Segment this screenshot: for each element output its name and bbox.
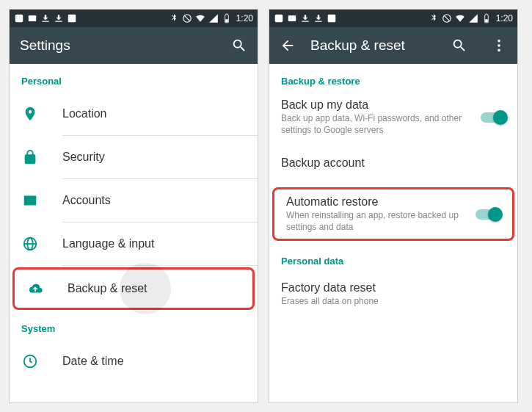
toggle-backup-data[interactable] bbox=[481, 112, 506, 123]
svg-point-16 bbox=[498, 40, 500, 43]
search-icon[interactable] bbox=[451, 37, 467, 54]
wifi-icon bbox=[195, 13, 205, 24]
row-label: Security bbox=[62, 151, 246, 164]
row-label: Backup & reset bbox=[68, 282, 241, 295]
account-icon bbox=[21, 192, 39, 209]
row-automatic-restore[interactable]: Automatic restore When reinstalling an a… bbox=[272, 187, 514, 241]
no-sim-icon bbox=[182, 13, 192, 24]
download-icon bbox=[300, 13, 310, 24]
notif-icon bbox=[27, 13, 37, 24]
app-bar: Settings bbox=[10, 27, 258, 64]
row-language[interactable]: Language & input bbox=[10, 223, 258, 265]
svg-rect-5 bbox=[225, 19, 228, 22]
row-title: Automatic restore bbox=[286, 195, 470, 209]
cloud-upload-icon bbox=[26, 280, 44, 297]
back-icon[interactable] bbox=[280, 37, 296, 54]
status-bar: 1:20 bbox=[269, 10, 517, 27]
divider bbox=[62, 265, 258, 266]
bluetooth-icon bbox=[169, 13, 179, 24]
status-bar: 1:20 bbox=[10, 10, 258, 27]
download-icon bbox=[54, 13, 64, 24]
wifi-icon bbox=[455, 13, 465, 24]
search-icon[interactable] bbox=[231, 37, 247, 54]
notif-icon bbox=[274, 13, 284, 24]
row-location[interactable]: Location bbox=[10, 93, 258, 135]
section-backup-restore: Backup & restore bbox=[269, 64, 517, 93]
translate-icon bbox=[67, 13, 77, 24]
settings-list: Personal Location Security Accounts Lang… bbox=[10, 64, 258, 402]
row-label: Accounts bbox=[62, 194, 246, 207]
bluetooth-icon bbox=[429, 13, 439, 24]
status-time: 1:20 bbox=[236, 13, 253, 24]
page-title: Backup & reset bbox=[310, 37, 437, 54]
svg-rect-11 bbox=[288, 15, 296, 21]
download-icon bbox=[313, 13, 324, 24]
row-label: Date & time bbox=[62, 355, 246, 368]
svg-rect-0 bbox=[15, 15, 23, 23]
section-personal-data: Personal data bbox=[269, 244, 517, 272]
overflow-icon[interactable] bbox=[491, 37, 507, 54]
screenshot-backup-reset: 1:20 Backup & reset Backup & restore Bac… bbox=[269, 9, 518, 403]
page-title: Settings bbox=[20, 37, 216, 54]
no-sim-icon bbox=[442, 13, 452, 24]
row-factory-reset[interactable]: Factory data reset Erases all data on ph… bbox=[269, 272, 517, 315]
svg-point-17 bbox=[498, 44, 500, 47]
globe-icon bbox=[21, 235, 39, 253]
download-icon bbox=[40, 13, 51, 24]
row-accounts[interactable]: Accounts bbox=[10, 179, 258, 222]
row-subtitle: Back up app data, Wi-Fi passwords, and o… bbox=[281, 113, 475, 136]
section-personal: Personal bbox=[10, 64, 258, 93]
row-security[interactable]: Security bbox=[10, 136, 258, 178]
clock-icon bbox=[21, 353, 39, 370]
row-subtitle: When reinstalling an app, restore backed… bbox=[286, 210, 470, 233]
svg-line-14 bbox=[444, 15, 450, 21]
svg-rect-12 bbox=[328, 15, 336, 23]
signal-icon bbox=[468, 13, 478, 24]
lock-icon bbox=[21, 148, 39, 166]
section-system: System bbox=[10, 311, 258, 340]
row-label: Location bbox=[62, 107, 246, 120]
battery-icon bbox=[481, 13, 492, 24]
svg-rect-1 bbox=[29, 15, 37, 21]
svg-rect-10 bbox=[275, 15, 283, 23]
signal-icon bbox=[208, 13, 219, 24]
row-title: Factory data reset bbox=[281, 281, 506, 294]
svg-line-4 bbox=[184, 15, 190, 21]
notif-icon bbox=[14, 13, 24, 24]
toggle-auto-restore[interactable] bbox=[475, 209, 500, 220]
row-title: Back up my data bbox=[281, 98, 475, 112]
backup-list: Backup & restore Back up my data Back up… bbox=[269, 64, 517, 402]
screenshot-settings: 1:20 Settings Personal Location Security… bbox=[9, 9, 258, 403]
row-backup-account[interactable]: Backup account bbox=[269, 142, 517, 184]
row-backup-my-data[interactable]: Back up my data Back up app data, Wi-Fi … bbox=[269, 93, 517, 142]
svg-point-18 bbox=[498, 49, 500, 52]
svg-rect-2 bbox=[68, 15, 76, 23]
row-title: Backup account bbox=[281, 156, 506, 170]
row-label: Language & input bbox=[62, 237, 246, 250]
status-time: 1:20 bbox=[496, 13, 513, 24]
location-icon bbox=[21, 105, 39, 123]
row-datetime[interactable]: Date & time bbox=[10, 340, 258, 383]
battery-icon bbox=[222, 13, 232, 24]
translate-icon bbox=[327, 13, 337, 24]
row-backup-reset[interactable]: Backup & reset bbox=[12, 267, 255, 310]
row-subtitle: Erases all data on phone bbox=[281, 296, 506, 308]
notif-icon bbox=[287, 13, 297, 24]
app-bar: Backup & reset bbox=[269, 27, 517, 64]
svg-rect-15 bbox=[485, 19, 488, 22]
